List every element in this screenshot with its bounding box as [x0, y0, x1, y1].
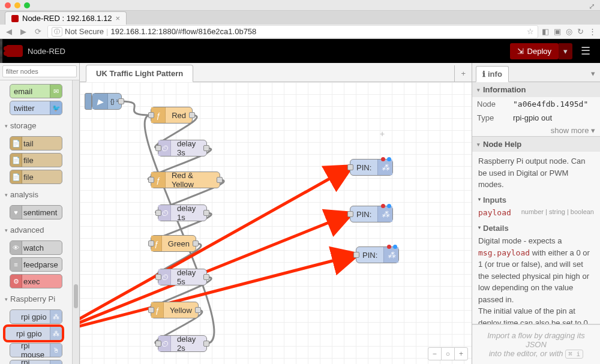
svg-line-2: [80, 255, 356, 330]
palette-node-tail[interactable]: 📄tail: [10, 136, 62, 151]
palette: email✉ twitter🐦 storage 📄tail 📄file 📄fil…: [0, 63, 80, 364]
palette-node-sentiment[interactable]: ♥sentiment: [10, 205, 62, 219]
zoom-out-button[interactable]: −: [428, 348, 442, 360]
flow-tab[interactable]: UK Traffic Light Pattern: [86, 65, 193, 82]
ext-icon[interactable]: ⋮: [589, 27, 596, 36]
palette-filter: [0, 63, 79, 80]
email-icon: ✉: [50, 85, 62, 98]
close-tab-icon[interactable]: ×: [116, 14, 121, 23]
filter-input[interactable]: [2, 65, 77, 77]
url-text: 192.168.1.12:1880/#flow/816e2ca1.0b758: [110, 27, 256, 36]
back-icon[interactable]: ◀: [4, 27, 14, 36]
browser-addressbar: ◀ ▶ ⟳ ⓘ Not Secure | 192.168.1.12:1880/#…: [0, 25, 600, 39]
palette-node-twitter[interactable]: twitter🐦: [10, 101, 62, 115]
delay-node[interactable]: ⏲delay 1s: [158, 204, 207, 221]
favicon-icon: [11, 15, 19, 22]
menu-button[interactable]: ☰: [577, 44, 594, 58]
rpi-icon: ⁂: [383, 247, 398, 263]
fullscreen-icon[interactable]: ⤢: [589, 2, 595, 11]
svg-line-1: [80, 214, 350, 329]
delay-node[interactable]: ⏲delay 3s: [158, 140, 207, 157]
function-node-yellow[interactable]: ƒYellow: [151, 302, 199, 318]
sidebar: ℹinfo ▾ Information Node"a06e4fdb.1495d"…: [472, 63, 600, 364]
palette-node-rpi-mouse[interactable]: rpi mouse🖱: [10, 343, 62, 357]
deploy-button[interactable]: ⇲ Deploy: [510, 43, 559, 59]
palette-node-watch[interactable]: 👁watch: [10, 240, 62, 255]
keyboard-icon: ⌨: [50, 360, 62, 364]
window-controls[interactable]: [5, 2, 30, 8]
palette-category[interactable]: Raspberry Pi: [4, 291, 68, 307]
palette-node-email[interactable]: email✉: [10, 84, 62, 98]
workspace-tabs: UK Traffic Light Pattern +: [80, 63, 472, 82]
workspace: UK Traffic Light Pattern +: [80, 63, 472, 364]
delay-node[interactable]: ⏲delay 5s: [158, 269, 207, 285]
palette-node-file[interactable]: 📄file: [10, 153, 62, 167]
ext-icon[interactable]: ◎: [566, 27, 572, 36]
rpi-icon: ⁂: [50, 327, 62, 340]
extension-icons[interactable]: ◧ ▣ ◎ ↻ ⋮: [542, 27, 596, 36]
rpi-gpio-out-node[interactable]: PIN:⁂: [350, 206, 393, 222]
palette-node-rpi-gpio-out[interactable]: rpi gpio⁂: [5, 326, 62, 341]
browser-tabbar: Node-RED : 192.168.1.12 ×: [0, 11, 600, 25]
deploy-label: Deploy: [527, 47, 551, 56]
ext-icon[interactable]: ▣: [554, 27, 561, 36]
info-icon[interactable]: ⓘ: [52, 27, 62, 37]
info-row: Node"a06e4fdb.1495d": [472, 97, 600, 111]
rpi-icon: ⁂: [377, 206, 392, 222]
rpi-icon: ⁂: [50, 310, 62, 323]
palette-category[interactable]: analysis: [4, 186, 68, 203]
section-information[interactable]: Information: [472, 82, 600, 97]
zoom-in-button[interactable]: +: [455, 348, 467, 360]
url-field[interactable]: ⓘ Not Secure | 192.168.1.12:1880/#flow/8…: [47, 25, 538, 38]
forward-icon: ▶: [18, 27, 29, 36]
palette-node-exec[interactable]: ⚙exec: [10, 274, 62, 288]
help-content: Raspberry Pi output node. Can be used in…: [472, 152, 600, 324]
inputs-heading[interactable]: Inputs: [478, 194, 594, 206]
palette-node-rpi-keyboard[interactable]: rpi keyboard⌨: [10, 360, 62, 364]
ext-icon[interactable]: ◧: [542, 27, 549, 36]
palette-node-feedparse[interactable]: ≡feedparse: [10, 257, 62, 272]
ext-icon[interactable]: ↻: [577, 27, 584, 36]
feed-icon: ≡: [10, 258, 22, 271]
info-row: Typerpi-gpio out: [472, 111, 600, 125]
window-titlebar: ⤢: [0, 0, 600, 11]
inject-button[interactable]: [85, 93, 92, 110]
browser-tab[interactable]: Node-RED : 192.168.1.12 ×: [5, 11, 127, 25]
security-label: Not Secure: [65, 27, 104, 36]
file-icon: 📄: [10, 137, 22, 150]
reload-icon[interactable]: ⟳: [32, 27, 44, 36]
delay-node[interactable]: ⏲delay 2s: [158, 335, 207, 352]
inject-node[interactable]: ▶ {} ¹: [92, 93, 122, 110]
palette-category[interactable]: storage: [4, 118, 68, 134]
sentiment-icon: ♥: [10, 206, 22, 219]
rpi-gpio-out-node[interactable]: PIN:⁂: [356, 246, 399, 263]
deploy-menu-button[interactable]: ▾: [559, 43, 572, 59]
zoom-reset-button[interactable]: ○: [442, 348, 455, 360]
function-node-red[interactable]: ƒRed: [151, 107, 193, 124]
cursor-crosshair: +: [380, 129, 385, 139]
sidebar-tab-info[interactable]: ℹinfo: [476, 66, 509, 82]
app-header: Node-RED ⇲ Deploy ▾ ☰: [0, 39, 600, 63]
twitter-icon: 🐦: [50, 101, 62, 115]
function-node-redyellow[interactable]: ƒRed & Yellow: [151, 172, 220, 188]
sidebar-tabs: ℹinfo ▾: [472, 63, 600, 82]
flow-canvas[interactable]: ▶ {} ¹ ƒRed ⏲delay 3s ƒRed & Yellow ⏲del…: [80, 82, 472, 364]
brand-text: Node-RED: [28, 47, 65, 56]
watch-icon: 👁: [10, 241, 22, 254]
bookmark-icon[interactable]: ☆: [527, 27, 534, 36]
rpi-gpio-out-node[interactable]: PIN:⁂: [350, 159, 393, 176]
deploy-icon: ⇲: [517, 47, 524, 56]
app-logo: Node-RED: [6, 45, 65, 57]
add-tab-button[interactable]: +: [454, 65, 472, 82]
file-icon: 📄: [10, 154, 22, 167]
details-heading[interactable]: Details: [478, 222, 594, 234]
palette-node-rpi-gpio-in[interactable]: rpi gpio⁂: [10, 309, 62, 324]
show-more-link[interactable]: show more ▾: [472, 125, 600, 136]
section-node-help[interactable]: Node Help: [472, 137, 600, 152]
palette-node-file[interactable]: 📄file: [10, 170, 62, 184]
palette-category[interactable]: advanced: [4, 222, 68, 238]
function-node-green[interactable]: ƒGreen: [151, 235, 196, 252]
palette-scrollbar[interactable]: [72, 80, 79, 364]
sidebar-tab-menu[interactable]: ▾: [586, 65, 600, 82]
exec-icon: ⚙: [10, 275, 22, 288]
